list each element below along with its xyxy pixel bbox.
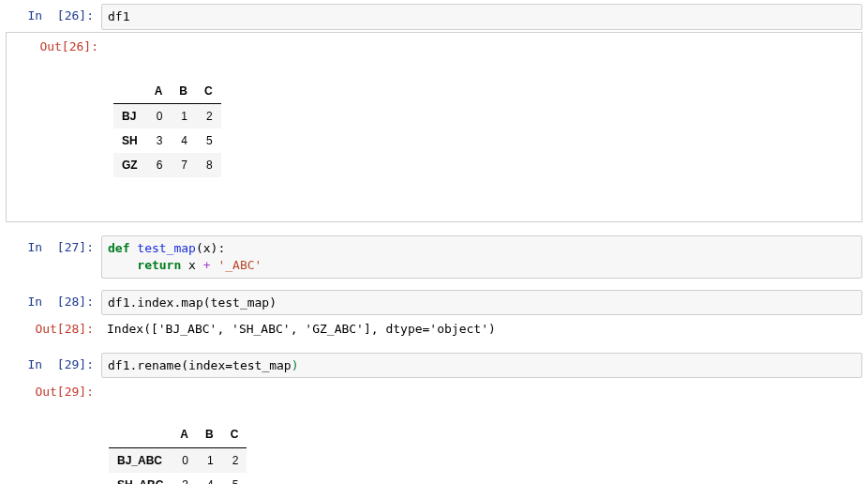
cell: 1	[171, 103, 196, 129]
lparen: (	[181, 358, 188, 372]
table-corner	[113, 79, 146, 104]
code-input-28[interactable]: df1.index.map(test_map)	[101, 290, 862, 316]
cell: 4	[197, 473, 222, 484]
in-prompt-27: In [27]:	[6, 235, 101, 260]
cell: 2	[196, 103, 221, 129]
cell: 6	[146, 153, 172, 177]
ret-lhs: x	[181, 258, 202, 272]
dataframe-table-26: A B C BJ 0 1 2 SH 3 4 5	[113, 79, 221, 178]
dataframe-table-29: A B C BJ_ABC 0 1 2 SH_ABC 3 4 5	[109, 422, 247, 484]
rparen: )	[292, 358, 299, 372]
table-row: SH_ABC 3 4 5	[109, 473, 247, 484]
cell: 0	[172, 447, 197, 473]
cell: 0	[146, 103, 172, 129]
table-corner	[109, 422, 172, 447]
code-cell-28: In [28]: df1.index.map(test_map)	[6, 290, 862, 316]
output-cell-26: Out[26]: A B C BJ 0 1 2 SH	[6, 32, 862, 223]
cell: 3	[146, 129, 172, 153]
code-cell-26: In [26]: df1	[6, 4, 862, 30]
table-row: BJ_ABC 0 1 2	[109, 447, 247, 473]
col-header: B	[171, 79, 196, 104]
output-area-26: A B C BJ 0 1 2 SH 3 4 5	[106, 37, 858, 219]
table-row: BJ 0 1 2	[113, 103, 221, 129]
cell: 5	[222, 473, 247, 484]
code-cell-29: In [29]: df1.rename(index=test_map)	[6, 353, 862, 379]
row-index: BJ	[113, 103, 146, 129]
col-header: A	[146, 79, 172, 104]
kwargs: index=test_map	[188, 358, 292, 372]
col-header: B	[197, 422, 222, 447]
keyword-return: return	[137, 258, 181, 272]
row-index: SH_ABC	[109, 473, 172, 484]
row-index: BJ_ABC	[109, 447, 172, 473]
output-cell-29: Out[29]: A B C BJ_ABC 0 1 2 SH_ABC	[6, 380, 862, 484]
func-name: test_map	[137, 241, 196, 255]
row-index: GZ	[113, 153, 146, 177]
cell: 7	[171, 153, 196, 177]
table-row: SH 3 4 5	[113, 129, 221, 153]
cell: 3	[172, 473, 197, 484]
in-prompt-28: In [28]:	[6, 290, 101, 314]
keyword-def: def	[108, 241, 129, 255]
cell: 8	[196, 153, 221, 177]
col-header: A	[172, 422, 197, 447]
code-input-27[interactable]: def test_map(x): return x + '_ABC'	[101, 235, 862, 278]
output-cell-28: Out[28]: Index(['BJ_ABC', 'SH_ABC', 'GZ_…	[6, 317, 862, 341]
table-header-row: A B C	[109, 422, 247, 447]
out-prompt-28: Out[28]:	[6, 317, 101, 341]
row-index: SH	[113, 129, 146, 153]
ret-str: '_ABC'	[211, 258, 262, 272]
table-header-row: A B C	[113, 79, 221, 104]
output-text-28: Index(['BJ_ABC', 'SH_ABC', 'GZ_ABC'], dt…	[101, 317, 862, 341]
cell: 1	[197, 447, 222, 473]
output-area-29: A B C BJ_ABC 0 1 2 SH_ABC 3 4 5	[101, 380, 862, 484]
cell: 5	[196, 129, 221, 153]
code-input-26[interactable]: df1	[101, 4, 862, 30]
cell: 4	[171, 129, 196, 153]
cell: 2	[222, 447, 247, 473]
out-prompt-26: Out[26]:	[10, 37, 106, 59]
in-prompt-26: In [26]:	[6, 4, 101, 28]
code-cell-27: In [27]: def test_map(x): return x + '_A…	[6, 235, 862, 278]
op-plus: +	[203, 258, 211, 272]
sig-rest: (x):	[196, 241, 225, 255]
out-prompt-29: Out[29]:	[6, 380, 101, 404]
code-pre: df1.rename	[108, 358, 181, 372]
in-prompt-29: In [29]:	[6, 353, 101, 377]
code-input-29[interactable]: df1.rename(index=test_map)	[101, 353, 862, 379]
col-header: C	[196, 79, 221, 104]
col-header: C	[222, 422, 247, 447]
table-row: GZ 6 7 8	[113, 153, 221, 177]
